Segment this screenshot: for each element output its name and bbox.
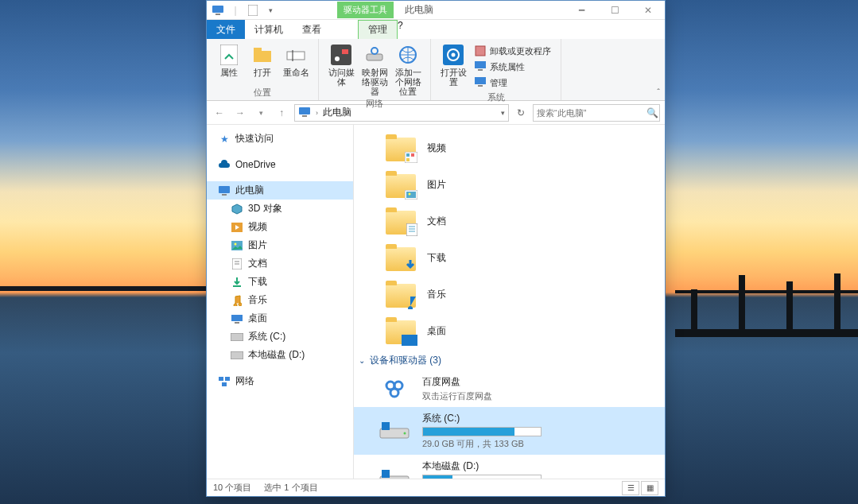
ribbon-collapse-icon[interactable]: ˆ — [657, 87, 660, 97]
tab-computer[interactable]: 计算机 — [245, 20, 293, 39]
folder-视频[interactable]: 视频 — [354, 130, 665, 166]
drive-系统 (C:)[interactable]: 系统 (C:)29.0 GB 可用，共 133 GB — [354, 407, 665, 455]
nav-up-button[interactable]: ↑ — [274, 105, 289, 121]
svg-rect-46 — [406, 192, 416, 198]
folder-icon — [231, 331, 243, 343]
chevron-right-icon[interactable]: › — [316, 109, 318, 117]
ribbon-properties[interactable]: 属性 — [213, 42, 245, 85]
svg-point-58 — [404, 432, 406, 435]
drive-本地磁盘 (D:)[interactable]: 本地磁盘 (D:)74.8 GB 可用，共 99.8 GB — [354, 455, 665, 479]
sidebar-item-下载[interactable]: 下载 — [207, 273, 353, 291]
svg-rect-35 — [235, 322, 239, 324]
sidebar-item-文档[interactable]: 文档 — [207, 254, 353, 273]
address-bar: ← → ▾ ↑ › 此电脑 ▾ ↻ 🔍 — [207, 101, 665, 125]
sidebar-item-音乐[interactable]: 音乐 — [207, 291, 353, 309]
ribbon-manage[interactable]: 管理 — [471, 76, 554, 90]
ribbon-open[interactable]: 打开 — [247, 42, 278, 85]
svg-point-9 — [335, 56, 340, 61]
ribbon-open-settings[interactable]: 打开设置 — [437, 42, 469, 90]
svg-rect-6 — [287, 52, 305, 60]
ribbon-map-drive[interactable]: 映射网络驱动器 — [359, 42, 390, 96]
ribbon-group-position: 位置 — [213, 85, 312, 99]
cloud-icon — [218, 158, 231, 171]
contextual-tab-drivetools[interactable]: 驱动器工具 — [337, 2, 394, 18]
minimize-button[interactable]: ━ — [565, 1, 598, 20]
tab-manage[interactable]: 管理 — [358, 20, 398, 39]
folder-icon — [231, 276, 243, 289]
svg-rect-42 — [406, 153, 410, 157]
svg-rect-44 — [406, 158, 410, 161]
svg-rect-8 — [331, 45, 351, 65]
sidebar-item-quickaccess[interactable]: ★ 快速访问 — [207, 130, 353, 148]
sidebar-item-onedrive[interactable]: OneDrive — [207, 156, 353, 173]
view-large-button[interactable]: ▦ — [641, 481, 658, 495]
sidebar-item-本地磁盘 (D:)[interactable]: 本地磁盘 (D:) — [207, 346, 353, 364]
svg-rect-40 — [222, 382, 227, 386]
close-button[interactable]: ✕ — [631, 1, 665, 20]
sidebar-item-桌面[interactable]: 桌面 — [207, 309, 353, 328]
tab-file[interactable]: 文件 — [207, 20, 245, 39]
qat-doc-icon[interactable] — [247, 4, 259, 17]
ribbon-sysprops[interactable]: 系统属性 — [471, 60, 554, 74]
tab-view[interactable]: 查看 — [293, 20, 331, 39]
drive-icon — [378, 465, 411, 479]
overlay-icon — [406, 223, 417, 236]
svg-rect-39 — [225, 377, 230, 381]
sidebar-item-network[interactable]: 网络 — [207, 372, 353, 390]
star-icon: ★ — [218, 133, 231, 145]
folder-桌面[interactable]: 桌面 — [354, 312, 665, 349]
drive-icon — [378, 417, 411, 444]
svg-rect-38 — [219, 377, 223, 381]
sidebar-item-系统 (C:)[interactable]: 系统 (C:) — [207, 328, 353, 346]
status-item-count: 10 个项目 — [213, 482, 251, 494]
ribbon-uninstall[interactable]: 卸载或更改程序 — [471, 44, 554, 58]
search-icon[interactable]: 🔍 — [646, 107, 658, 118]
ribbon-rename[interactable]: 重命名 — [280, 42, 312, 85]
svg-rect-4 — [254, 51, 271, 62]
sidebar-item-图片[interactable]: 图片 — [207, 236, 353, 254]
search-box[interactable]: 🔍 — [533, 104, 660, 122]
overlay-icon — [402, 335, 417, 346]
svg-rect-20 — [475, 77, 486, 84]
svg-rect-60 — [382, 470, 390, 478]
ribbon-add-netloc[interactable]: 添加一个网络位置 — [392, 42, 424, 96]
window-title: 此电脑 — [405, 3, 433, 17]
nav-history-dropdown[interactable]: ▾ — [253, 105, 269, 121]
overlay-icon — [403, 258, 417, 273]
overlay-icon — [405, 190, 417, 200]
maximize-button[interactable]: ☐ — [598, 1, 631, 20]
svg-rect-24 — [219, 186, 230, 193]
svg-rect-22 — [299, 107, 310, 114]
address-dropdown-icon[interactable]: ▾ — [501, 109, 505, 117]
view-details-button[interactable]: ☰ — [622, 481, 639, 495]
folder-icon — [231, 221, 243, 234]
refresh-button[interactable]: ↻ — [514, 107, 528, 118]
chevron-down-icon: ⌄ — [359, 356, 365, 365]
drive-百度网盘[interactable]: 百度网盘双击运行百度网盘 — [354, 370, 665, 407]
sidebar-item-3D 对象[interactable]: 3D 对象 — [207, 200, 353, 218]
svg-rect-23 — [302, 115, 307, 117]
folder-图片[interactable]: 图片 — [354, 166, 665, 203]
drives-group-header[interactable]: ⌄ 设备和驱动器 (3) — [354, 349, 665, 370]
sidebar-item-thispc[interactable]: 此电脑 — [207, 181, 353, 200]
folder-icon — [231, 203, 243, 215]
folder-icon — [231, 349, 243, 362]
help-icon[interactable]: ? — [398, 20, 403, 39]
svg-rect-1 — [215, 14, 220, 15]
ribbon-access-media[interactable]: 访问媒体 — [325, 42, 357, 96]
search-input[interactable] — [537, 108, 646, 118]
titlebar: | ▾ 驱动器工具 此电脑 ━ ☐ ✕ — [207, 1, 665, 20]
folder-下载[interactable]: 下载 — [354, 239, 665, 276]
folder-icon — [231, 258, 243, 270]
svg-point-55 — [390, 389, 398, 397]
folder-icon — [231, 239, 243, 252]
file-explorer-window: | ▾ 驱动器工具 此电脑 ━ ☐ ✕ 文件 计算机 查看 管理 ? 属性 — [206, 0, 666, 497]
qat-dropdown-icon[interactable]: ▾ — [264, 4, 277, 17]
nav-back-button[interactable]: ← — [212, 105, 227, 121]
sidebar-item-视频[interactable]: 视频 — [207, 218, 353, 236]
folder-音乐[interactable]: 音乐 — [354, 276, 665, 312]
nav-forward-button[interactable]: → — [232, 105, 248, 121]
folder-文档[interactable]: 文档 — [354, 203, 665, 239]
svg-rect-21 — [478, 85, 483, 87]
svg-rect-5 — [254, 48, 262, 52]
